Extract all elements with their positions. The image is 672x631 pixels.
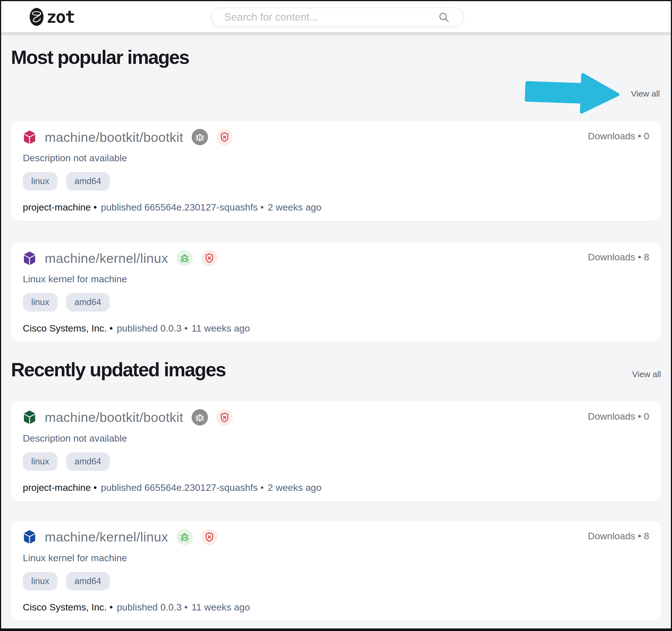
image-tag: linux: [23, 293, 58, 311]
page: zot Most popular images View all: [0, 0, 672, 631]
section-title: Recently updated images: [11, 360, 226, 379]
vulnerability-scan-icon: [192, 409, 208, 425]
tag-list: linux amd64: [23, 572, 649, 590]
image-card[interactable]: machine/bootkit/bootkit: [11, 121, 661, 221]
published-version: published 665564e.230127-squashfs •: [101, 202, 264, 213]
zot-logo[interactable]: zot: [29, 6, 74, 28]
view-all-link[interactable]: View all: [631, 89, 660, 98]
annotation-arrow: [524, 68, 622, 118]
search-bar: [211, 7, 464, 27]
published-version: published 665564e.230127-squashfs •: [101, 482, 264, 493]
published-version: published 0.0.3 •: [117, 323, 188, 334]
signature-icon: [201, 529, 218, 545]
last-updated: 2 weeks ago: [268, 482, 321, 493]
publisher: project-machine •: [23, 202, 97, 213]
image-tag: amd64: [66, 172, 110, 190]
image-tag: linux: [23, 572, 58, 590]
signature-icon: [216, 409, 233, 425]
repo-description: Linux kernel for machine: [23, 553, 649, 563]
view-all-link[interactable]: View all: [632, 370, 661, 379]
publisher: Cisco Systems, Inc. •: [23, 323, 113, 334]
section-header-recently-updated: Recently updated images View all: [11, 360, 661, 379]
main-content: Most popular images View all machine/boo…: [1, 48, 671, 621]
image-card[interactable]: machine/kernel/linux: [11, 242, 661, 342]
downloads-count: Downloads • 0: [588, 131, 649, 142]
image-tag: linux: [23, 452, 58, 471]
publisher: project-machine •: [23, 482, 97, 493]
image-card[interactable]: machine/bootkit/bootkit: [11, 401, 661, 501]
section-header-most-popular: Most popular images View all: [11, 48, 661, 121]
repo-description: Description not available: [23, 153, 649, 164]
vulnerability-scan-icon: [176, 529, 193, 545]
cube-icon: [23, 410, 36, 425]
repo-name: machine/bootkit/bootkit: [45, 410, 183, 425]
repo-description: Description not available: [23, 433, 649, 444]
publisher: Cisco Systems, Inc. •: [23, 602, 113, 613]
tag-list: linux amd64: [23, 293, 649, 311]
cube-icon: [23, 251, 36, 266]
image-tag: amd64: [66, 293, 110, 311]
published-version: published 0.0.3 •: [117, 602, 188, 613]
repo-description: Linux kernel for machine: [23, 274, 649, 284]
image-tag: amd64: [66, 452, 110, 471]
repo-name: machine/kernel/linux: [45, 529, 168, 544]
downloads-count: Downloads • 8: [588, 531, 649, 541]
vulnerability-scan-icon: [176, 250, 193, 266]
cube-icon: [23, 530, 36, 544]
last-updated: 11 weeks ago: [192, 323, 250, 334]
zot-logo-text: zot: [46, 7, 74, 27]
image-tag: linux: [23, 172, 58, 190]
zot-logo-icon: [29, 6, 44, 28]
downloads-count: Downloads • 0: [588, 411, 649, 422]
repo-name: machine/bootkit/bootkit: [45, 130, 183, 145]
last-updated: 2 weeks ago: [268, 202, 321, 213]
signature-icon: [216, 129, 233, 145]
page-title: Most popular images: [11, 48, 661, 67]
cube-icon: [23, 130, 36, 145]
search-icon[interactable]: [438, 11, 450, 23]
vulnerability-scan-icon: [192, 129, 208, 145]
downloads-count: Downloads • 8: [588, 252, 649, 263]
last-updated: 11 weeks ago: [192, 602, 250, 613]
signature-icon: [201, 250, 218, 266]
tag-list: linux amd64: [23, 172, 649, 190]
image-tag: amd64: [66, 572, 110, 590]
tag-list: linux amd64: [23, 452, 649, 471]
app-header: zot: [1, 1, 671, 32]
repo-name: machine/kernel/linux: [45, 251, 168, 266]
search-input[interactable]: [224, 11, 438, 23]
image-card[interactable]: machine/kernel/linux: [11, 521, 661, 621]
